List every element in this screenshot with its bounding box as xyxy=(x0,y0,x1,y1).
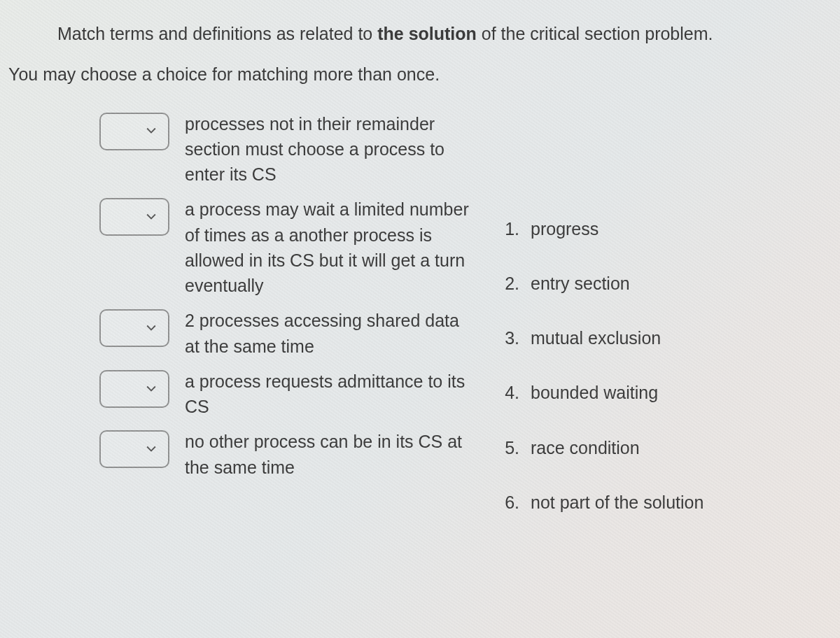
answer-option: 4. bounded waiting xyxy=(501,380,704,405)
match-item: processes not in their remainder section… xyxy=(99,111,477,187)
match-definition: no other process can be in its CS at the… xyxy=(185,429,477,480)
chevron-down-icon xyxy=(144,204,158,229)
match-select[interactable] xyxy=(99,309,169,347)
option-label: entry section xyxy=(531,271,630,296)
prompt-strong: the solution xyxy=(377,24,477,43)
option-label: race condition xyxy=(531,435,640,460)
match-select[interactable] xyxy=(99,113,169,150)
chevron-down-icon xyxy=(144,118,158,143)
option-label: mutual exclusion xyxy=(531,325,661,350)
option-label: progress xyxy=(531,216,598,241)
chevron-down-icon xyxy=(144,316,158,341)
chevron-down-icon xyxy=(144,437,158,462)
match-definition: a process requests admittance to its CS xyxy=(185,369,477,420)
answer-option: 3. mutual exclusion xyxy=(501,325,704,350)
answer-option: 2. entry section xyxy=(501,271,704,296)
match-items: processes not in their remainder section… xyxy=(99,111,477,516)
answer-option: 1. progress xyxy=(501,216,704,241)
option-number: 6. xyxy=(501,490,519,515)
option-label: bounded waiting xyxy=(531,380,658,405)
match-item: no other process can be in its CS at the… xyxy=(99,429,477,480)
prompt-text-2: of the critical section problem. xyxy=(477,24,713,43)
match-item: a process may wait a limited number of t… xyxy=(99,197,477,298)
option-number: 5. xyxy=(501,435,519,460)
match-item: 2 processes accessing shared data at the… xyxy=(99,308,477,359)
match-item: a process requests admittance to its CS xyxy=(99,369,477,420)
option-number: 1. xyxy=(501,216,519,241)
match-select[interactable] xyxy=(99,430,169,468)
match-select[interactable] xyxy=(99,198,169,236)
answer-option: 6. not part of the solution xyxy=(501,490,704,515)
hint-text: You may choose a choice for matching mor… xyxy=(8,62,798,87)
match-definition: 2 processes accessing shared data at the… xyxy=(185,308,477,359)
answer-option: 5. race condition xyxy=(501,435,704,460)
question-prompt: Match terms and definitions as related t… xyxy=(57,21,798,46)
match-definition: a process may wait a limited number of t… xyxy=(185,197,477,298)
match-select[interactable] xyxy=(99,370,169,408)
option-label: not part of the solution xyxy=(531,490,704,515)
option-number: 2. xyxy=(501,271,519,296)
option-number: 3. xyxy=(501,325,519,350)
answer-options: 1. progress 2. entry section 3. mutual e… xyxy=(501,111,704,516)
prompt-text-1: Match terms and definitions as related t… xyxy=(57,24,377,43)
option-number: 4. xyxy=(501,380,519,405)
match-definition: processes not in their remainder section… xyxy=(185,111,477,187)
chevron-down-icon xyxy=(144,376,158,402)
